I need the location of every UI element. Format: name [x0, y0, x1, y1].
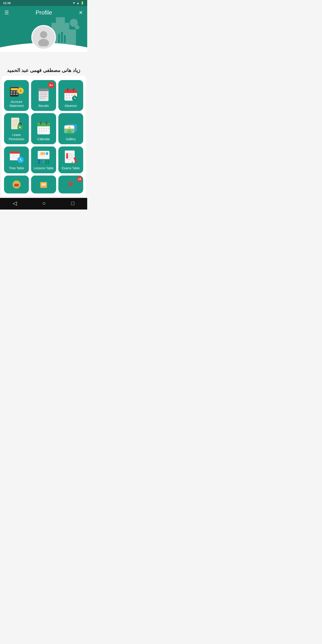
- svg-rect-106: [42, 183, 46, 186]
- svg-rect-22: [39, 88, 48, 91]
- svg-marker-107: [67, 180, 74, 188]
- partial-item-2[interactable]: [31, 176, 56, 194]
- status-bar: 11:19 ▼ ▲ 🔋: [0, 0, 87, 6]
- partial-icon-3: [65, 179, 76, 190]
- lessons-table-label: Lessons Table: [34, 166, 54, 170]
- svg-rect-11: [11, 88, 18, 90]
- svg-rect-31: [73, 88, 74, 91]
- gallery-icon: [63, 120, 78, 135]
- results-label: Results: [38, 104, 49, 108]
- svg-point-8: [40, 31, 47, 38]
- svg-point-90: [48, 160, 50, 162]
- menu-button[interactable]: ☰: [4, 10, 9, 16]
- svg-rect-91: [48, 162, 49, 164]
- svg-rect-12: [11, 91, 12, 92]
- svg-rect-87: [38, 162, 40, 164]
- menu-grid: $ ↑↓ Account Statement A+ Results: [4, 80, 83, 173]
- results-icon: [36, 87, 51, 102]
- svg-rect-89: [46, 162, 47, 164]
- svg-text:↑↓: ↑↓: [18, 84, 22, 88]
- home-button[interactable]: ○: [42, 200, 46, 206]
- svg-point-60: [44, 130, 45, 132]
- svg-rect-17: [16, 94, 18, 95]
- time-table-button[interactable]: Time Table: [4, 146, 29, 173]
- svg-rect-15: [11, 94, 12, 95]
- svg-rect-52: [46, 122, 47, 124]
- svg-point-61: [46, 130, 47, 132]
- avatar-wrapper: [31, 25, 56, 52]
- svg-point-53: [39, 128, 40, 129]
- calendar-button[interactable]: Calendar: [31, 113, 56, 144]
- absence-button[interactable]: Absence: [58, 80, 83, 111]
- lessons-icon: [36, 149, 51, 164]
- signal-icon: ▲: [76, 1, 80, 5]
- svg-rect-51: [40, 122, 41, 124]
- svg-rect-33: [68, 94, 70, 96]
- svg-rect-37: [68, 97, 70, 98]
- svg-point-63: [41, 132, 42, 134]
- svg-point-59: [41, 130, 42, 132]
- svg-rect-99: [66, 155, 68, 157]
- svg-rect-2: [56, 17, 65, 25]
- exams-table-label: Exams Table: [62, 166, 80, 170]
- page-title: Profile: [36, 9, 52, 16]
- svg-text:$: $: [20, 89, 22, 92]
- svg-rect-32: [66, 94, 68, 96]
- svg-point-62: [39, 132, 40, 134]
- results-button[interactable]: A+ Results: [31, 80, 56, 111]
- calendar-icon: [36, 120, 51, 135]
- svg-point-55: [44, 128, 45, 129]
- svg-point-54: [41, 128, 42, 129]
- svg-rect-30: [67, 88, 68, 91]
- svg-rect-100: [66, 157, 68, 158]
- lessons-table-button[interactable]: Lessons Table: [31, 146, 56, 173]
- svg-point-47: [19, 126, 20, 128]
- absence-label: Absence: [64, 104, 77, 108]
- wifi-icon: ▼: [72, 1, 75, 5]
- gallery-button[interactable]: Gallery: [58, 113, 83, 144]
- svg-point-57: [48, 128, 49, 129]
- leave-permission-button[interactable]: Leave Permission: [4, 113, 29, 144]
- timetable-icon: [9, 149, 24, 164]
- svg-rect-35: [74, 94, 76, 96]
- leave-icon: [9, 116, 24, 131]
- exams-icon: ✓: [63, 149, 78, 164]
- svg-rect-16: [14, 94, 15, 95]
- partial-item-1[interactable]: [4, 176, 29, 194]
- account-statement-label: Account Statement: [5, 100, 28, 108]
- svg-rect-50: [37, 124, 50, 126]
- hero-section: [0, 16, 87, 52]
- results-badge: A+: [48, 82, 54, 88]
- svg-rect-13: [14, 91, 15, 92]
- recent-button[interactable]: □: [71, 200, 74, 206]
- svg-point-56: [46, 128, 47, 129]
- svg-point-58: [39, 130, 40, 132]
- partial-item-3[interactable]: 12: [58, 176, 83, 194]
- grid-container: $ ↑↓ Account Statement A+ Results: [1, 76, 86, 196]
- partial-badge-3: 12: [77, 176, 82, 182]
- svg-rect-36: [66, 97, 68, 98]
- svg-rect-92: [65, 150, 75, 163]
- back-button[interactable]: ◁: [13, 200, 17, 206]
- exams-table-button[interactable]: ✓ Exams Table: [58, 146, 83, 173]
- status-time: 11:19: [3, 1, 10, 5]
- svg-point-4: [75, 25, 80, 30]
- svg-point-9: [38, 39, 49, 46]
- bottom-navigation: ◁ ○ □: [0, 198, 87, 210]
- svg-point-88: [46, 160, 47, 162]
- time-table-label: Time Table: [9, 166, 24, 170]
- battery-icon: 🔋: [80, 1, 84, 5]
- svg-rect-71: [10, 152, 20, 154]
- avatar: [31, 25, 56, 50]
- svg-point-79: [20, 160, 21, 160]
- avatar-image: [35, 28, 52, 46]
- gallery-label: Gallery: [66, 137, 76, 141]
- svg-point-86: [38, 159, 40, 162]
- close-button[interactable]: ✕: [79, 10, 83, 16]
- svg-rect-29: [64, 91, 77, 93]
- svg-rect-104: [14, 184, 19, 186]
- leave-permission-label: Leave Permission: [5, 133, 28, 141]
- account-statement-button[interactable]: $ ↑↓ Account Statement: [4, 80, 29, 111]
- partial-grid-row: 12: [4, 176, 83, 194]
- user-name: زياد هانى مصطفى فهمى عبد الحميد: [0, 68, 87, 73]
